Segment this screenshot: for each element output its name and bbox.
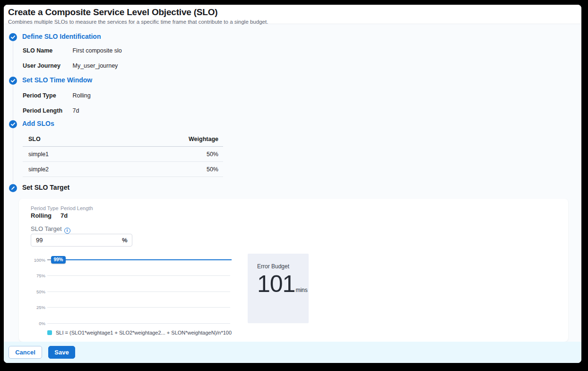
step4-edit-pencil-icon — [9, 184, 17, 192]
create-composite-slo-dialog: Create a Composite Service Level Objecti… — [4, 5, 581, 363]
step-add-slos[interactable]: Add SLOs — [22, 120, 54, 127]
chart-legend: SLI = (SLO1*weightage1 + SLO2*weightage2… — [47, 330, 232, 336]
slo-cell: simple1 — [28, 151, 49, 158]
error-budget-card: Error Budget 101mins — [248, 254, 309, 323]
y-tick-75: 75% — [21, 273, 45, 278]
gridline-50 — [47, 292, 230, 292]
slo-target-label: SLO Targeti — [31, 225, 70, 234]
step-set-slo-target[interactable]: Set SLO Target — [22, 184, 69, 191]
panel-period-type-label: Period Type — [31, 205, 59, 211]
error-budget-value: 101 — [257, 272, 295, 297]
table-header-row: SLO Weightage — [23, 132, 223, 147]
table-row: simple2 50% — [23, 162, 223, 177]
legend-label: SLI = (SLO1*weightage1 + SLO2*weightage2… — [56, 330, 232, 336]
step-set-slo-time-window[interactable]: Set SLO Time Window — [22, 76, 92, 84]
period-length-value: 7d — [72, 107, 79, 114]
y-tick-0: 0% — [21, 321, 45, 326]
field-row: User Journey My_user_journey — [23, 62, 118, 69]
field-row: SLO Name First composite slo — [23, 47, 122, 54]
gridline-0 — [47, 323, 230, 324]
step2-check-icon — [9, 77, 17, 85]
stepper-connector-line — [13, 36, 13, 192]
info-icon[interactable]: i — [64, 228, 70, 234]
field-row: Period Length 7d — [23, 107, 79, 114]
error-budget-label: Error Budget — [257, 263, 309, 270]
dialog-header: Create a Composite Service Level Objecti… — [4, 5, 581, 24]
panel-period-type-value: Rolling — [31, 212, 52, 219]
col-slo: SLO — [28, 136, 41, 142]
gridline-25 — [47, 307, 230, 308]
period-type-value: Rolling — [72, 92, 90, 99]
legend-swatch-icon — [47, 330, 52, 335]
gridline-75 — [47, 275, 230, 276]
user-journey-label: User Journey — [23, 62, 71, 69]
cancel-button[interactable]: Cancel — [9, 346, 42, 359]
period-length-label: Period Length — [23, 107, 71, 114]
error-budget-unit: mins — [295, 287, 307, 293]
slo-name-value: First composite slo — [72, 47, 121, 54]
dialog-footer: Cancel Save — [4, 342, 581, 363]
page-title: Create a Composite Service Level Objecti… — [8, 7, 581, 18]
slo-name-label: SLO Name — [23, 47, 71, 54]
col-weightage: Weightage — [189, 136, 218, 142]
page-subtitle: Combines multiple SLOs to measure the se… — [8, 19, 581, 25]
panel-period-length-value: 7d — [61, 212, 68, 219]
slo-target-unit: % — [122, 237, 128, 244]
save-button[interactable]: Save — [48, 346, 75, 359]
step1-check-icon — [9, 33, 17, 41]
step3-check-icon — [9, 120, 17, 128]
table-row: simple1 50% — [23, 147, 223, 162]
slider-track[interactable] — [51, 259, 232, 260]
slider-handle[interactable]: 99% — [51, 256, 66, 264]
weightage-cell: 50% — [207, 166, 218, 173]
field-row: Period Type Rolling — [23, 92, 91, 99]
slo-target-input[interactable] — [31, 234, 132, 247]
y-tick-50: 50% — [21, 289, 45, 294]
weightage-cell: 50% — [207, 151, 218, 158]
panel-period-length-label: Period Length — [61, 205, 93, 211]
slo-cell: simple2 — [28, 166, 49, 173]
step-define-slo-identification[interactable]: Define SLO Identification — [22, 33, 101, 40]
y-tick-100: 100% — [21, 257, 45, 263]
period-type-label: Period Type — [23, 92, 71, 99]
y-tick-25: 25% — [21, 305, 45, 310]
slos-table: SLO Weightage simple1 50% simple2 50% — [23, 132, 223, 177]
slo-target-label-text: SLO Target — [31, 225, 62, 232]
slo-target-panel: Period Type Period Length Rolling 7d SLO… — [19, 199, 568, 342]
user-journey-value: My_user_journey — [72, 62, 118, 69]
